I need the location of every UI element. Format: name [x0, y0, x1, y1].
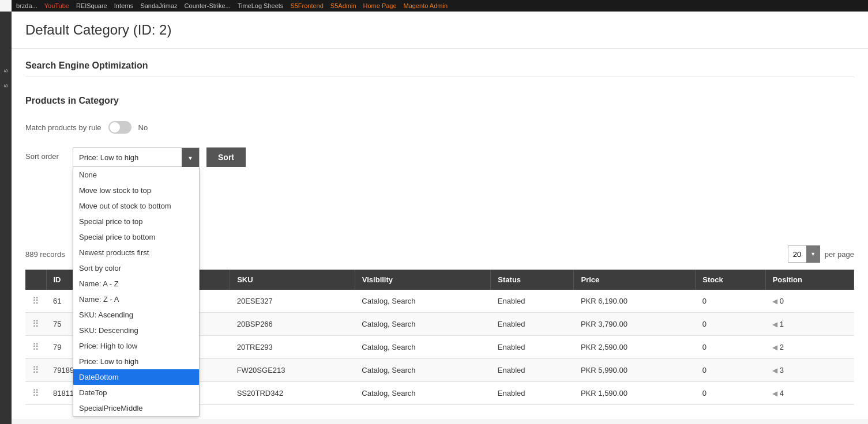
cell-stock: 0: [696, 313, 765, 336]
sort-select-arrow-icon: ▼: [182, 148, 199, 168]
topbar-item-9[interactable]: Home Page: [363, 2, 397, 9]
dropdown-option-date-top[interactable]: DateTop: [73, 385, 199, 400]
col-visibility: Visibility: [355, 270, 491, 290]
match-products-row: Match products by rule No: [25, 112, 854, 143]
cell-visibility: Catalog, Search: [355, 313, 491, 336]
cell-price: PKR 5,990.00: [574, 359, 696, 382]
cell-stock: 0: [696, 336, 765, 359]
dropdown-option-none[interactable]: None: [73, 167, 199, 183]
cell-status: Enabled: [491, 313, 574, 336]
left-sidebar: S S: [0, 12, 12, 419]
match-products-toggle[interactable]: [108, 121, 131, 134]
dropdown-option-sku-desc[interactable]: SKU: Descending: [73, 323, 199, 338]
products-section-title: Products in Category: [25, 86, 854, 112]
seo-section-title: Search Engine Optimization: [25, 49, 854, 77]
cell-visibility: Catalog, Search: [355, 290, 491, 313]
drag-handle[interactable]: ⠿: [32, 388, 39, 398]
cell-price: PKR 2,590.00: [574, 336, 696, 359]
topbar-item-6[interactable]: TimeLog Sheets: [238, 2, 284, 9]
cell-sku: 20TRE293: [230, 336, 355, 359]
per-page-wrapper: 20 30 50 100 200 ▼ per page: [788, 245, 854, 263]
col-position: Position: [765, 270, 854, 290]
cell-position: ◀ 0: [765, 290, 854, 313]
cell-sku: 20ESE327: [230, 290, 355, 313]
position-nav-left[interactable]: ◀: [772, 320, 777, 328]
cell-price: PKR 1,590.00: [574, 382, 696, 405]
dropdown-option-price-low-high[interactable]: Price: Low to high: [73, 354, 199, 369]
topbar-item-10[interactable]: Magento Admin: [404, 2, 448, 9]
cell-stock: 0: [696, 290, 765, 313]
cell-position: ◀ 2: [765, 336, 854, 359]
topbar-item-1[interactable]: YouTube: [44, 2, 69, 9]
per-page-select[interactable]: 20 30 50 100 200: [788, 245, 820, 263]
dropdown-option-special-price-top[interactable]: Special price to top: [73, 214, 199, 229]
cell-visibility: Catalog, Search: [355, 382, 491, 405]
cell-status: Enabled: [491, 336, 574, 359]
sidebar-label-1: S: [3, 69, 9, 73]
records-count: 889 records: [25, 250, 65, 259]
sort-order-selected-value: Price: Low to high: [79, 153, 138, 162]
dropdown-option-name-az[interactable]: Name: A - Z: [73, 276, 199, 292]
topbar-item-3[interactable]: Interns: [114, 2, 134, 9]
topbar-item-0[interactable]: brzda...: [16, 2, 37, 9]
top-bar: brzda... YouTube REISquare Interns Sanda…: [12, 0, 868, 12]
match-products-value: No: [138, 123, 148, 132]
col-drag: [25, 270, 46, 290]
topbar-item-7[interactable]: S5Frontend: [290, 2, 323, 9]
page-title: Default Category (ID: 2): [25, 22, 854, 38]
drag-handle[interactable]: ⠿: [32, 319, 39, 329]
position-nav-left[interactable]: ◀: [772, 297, 777, 305]
cell-position: ◀ 3: [765, 359, 854, 382]
dropdown-option-special-price-bottom[interactable]: Special price to bottom: [73, 229, 199, 245]
sidebar-label-2: S: [3, 84, 9, 88]
page-header: Default Category (ID: 2): [12, 12, 868, 49]
position-nav-left[interactable]: ◀: [772, 366, 777, 374]
dropdown-option-sort-by-color[interactable]: Sort by color: [73, 260, 199, 276]
cell-status: Enabled: [491, 359, 574, 382]
sort-button[interactable]: Sort: [206, 147, 246, 167]
sort-dropdown-wrapper: Price: Low to high ▼ None Move low stock…: [73, 147, 200, 167]
cell-sku: FW20SGE213: [230, 359, 355, 382]
col-price: Price: [574, 270, 696, 290]
col-sku: SKU: [230, 270, 355, 290]
topbar-item-8[interactable]: S5Admin: [330, 2, 356, 9]
seo-divider: [25, 77, 854, 77]
per-page-select-container: 20 30 50 100 200 ▼: [788, 245, 820, 263]
dropdown-option-price-high-low[interactable]: Price: High to low: [73, 338, 199, 354]
cell-sku: 20BSP266: [230, 313, 355, 336]
cell-status: Enabled: [491, 382, 574, 405]
dropdown-option-low-stock[interactable]: Move low stock to top: [73, 183, 199, 198]
sort-order-select[interactable]: Price: Low to high ▼: [73, 147, 200, 167]
cell-price: PKR 3,790.00: [574, 313, 696, 336]
cell-stock: 0: [696, 359, 765, 382]
per-page-label: per page: [825, 250, 854, 259]
position-nav-left[interactable]: ◀: [772, 389, 777, 398]
drag-handle[interactable]: ⠿: [32, 365, 39, 375]
dropdown-option-sku-asc[interactable]: SKU: Ascending: [73, 307, 199, 323]
topbar-item-4[interactable]: SandaJrimaz: [140, 2, 177, 9]
main-content: Search Engine Optimization Products in C…: [12, 49, 868, 419]
topbar-item-5[interactable]: Counter-Strike...: [185, 2, 231, 9]
cell-sku: SS20TRD342: [230, 382, 355, 405]
cell-position: ◀ 4: [765, 382, 854, 405]
dropdown-option-out-of-stock[interactable]: Move out of stock to bottom: [73, 198, 199, 214]
drag-handle[interactable]: ⠿: [32, 342, 39, 352]
topbar-item-2[interactable]: REISquare: [76, 2, 107, 9]
dropdown-option-name-za[interactable]: Name: Z - A: [73, 292, 199, 307]
col-stock: Stock: [696, 270, 765, 290]
cell-stock: 0: [696, 382, 765, 405]
cell-visibility: Catalog, Search: [355, 336, 491, 359]
cell-visibility: Catalog, Search: [355, 359, 491, 382]
cell-status: Enabled: [491, 290, 574, 313]
sort-order-row: Sort order Price: Low to high ▼ None Mov…: [25, 143, 854, 167]
col-status: Status: [491, 270, 574, 290]
dropdown-option-newest-first[interactable]: Newest products first: [73, 245, 199, 260]
match-products-label: Match products by rule: [25, 123, 102, 132]
drag-handle[interactable]: ⠿: [32, 296, 39, 306]
sort-order-label: Sort order: [25, 147, 66, 161]
position-nav-left[interactable]: ◀: [772, 343, 777, 351]
dropdown-option-date-bottom[interactable]: DateBottom: [73, 369, 199, 385]
dropdown-option-special-price-middle[interactable]: SpecialPriceMiddle: [73, 400, 199, 416]
cell-position: ◀ 1: [765, 313, 854, 336]
cell-price: PKR 6,190.00: [574, 290, 696, 313]
